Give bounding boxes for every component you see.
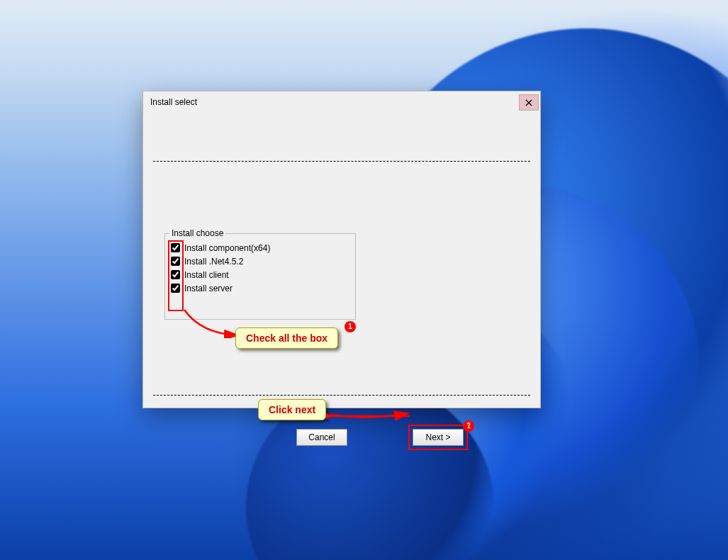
checkbox-input[interactable] [171,270,180,279]
annotation-callout-click-next: Click next [258,399,326,420]
separator [153,161,530,162]
separator [153,395,530,396]
checkbox-install-component[interactable]: Install component(x64) [165,241,355,254]
checkbox-input[interactable] [171,284,180,293]
checkbox-install-server[interactable]: Install server [165,281,355,295]
checkbox-install-client[interactable]: Install client [165,268,355,281]
checkbox-input[interactable] [171,243,180,252]
annotation-badge-2: 2 [463,420,474,432]
next-button[interactable]: Next > [413,429,464,446]
checkbox-input[interactable] [171,257,180,266]
close-button[interactable] [519,94,539,111]
window-title: Install select [150,97,197,107]
cancel-button[interactable]: Cancel [296,429,347,446]
group-legend: Install choose [169,228,225,238]
checkbox-install-dotnet[interactable]: Install .Net4.5.2 [165,254,355,268]
close-icon [525,99,532,106]
dialog-body: Install choose Install component(x64) In… [143,161,540,456]
checkbox-label: Install component(x64) [184,243,270,253]
annotation-arrow-2 [326,406,411,423]
checkbox-label: Install .Net4.5.2 [184,257,243,267]
annotation-arrow-2b [326,409,413,423]
checkbox-label: Install client [184,270,229,280]
install-choose-group: Install choose Install component(x64) In… [164,233,356,320]
annotation-callout-check-all: Check all the box [235,327,338,349]
annotation-badge-1: 1 [345,321,356,332]
titlebar[interactable]: Install select [143,91,540,113]
checkbox-label: Install server [184,284,233,293]
install-select-dialog: Install select Install choose Install co… [142,91,541,408]
